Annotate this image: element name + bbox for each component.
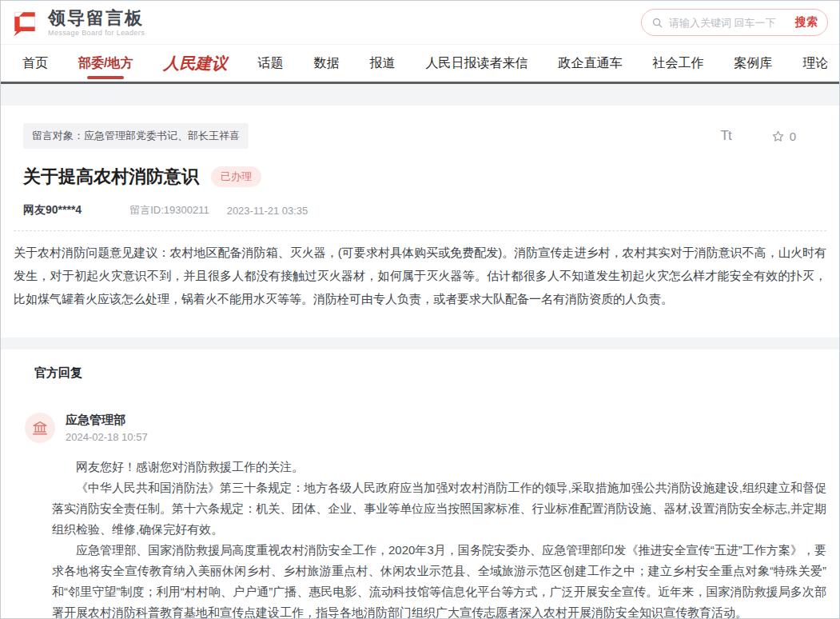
favorite-button[interactable]: 0 [771, 130, 796, 143]
message-tools: Tt 0 [721, 128, 796, 144]
nav-item-case-library[interactable]: 案例库 [734, 45, 772, 82]
reply-paragraph: 应急管理部、国家消防救援局高度重视农村消防安全工作，2020年3月，国务院安委办… [52, 540, 826, 619]
favorite-count: 0 [790, 130, 796, 143]
reply-header: 应急管理部 2024-02-18 10:57 [25, 413, 826, 443]
message-id: 留言ID:19300211 [129, 203, 209, 218]
star-icon [771, 130, 785, 143]
main-nav: 首页 部委/地方 人民建议 话题 数据 报道 人民日报读者来信 政企直通车 社会… [1, 45, 839, 84]
reply-paragraph: 《中华人民共和国消防法》第三十条规定：地方各级人民政府应当加强对农村消防工作的领… [52, 477, 826, 540]
status-badge: 已办理 [211, 166, 261, 187]
reply-time: 2024-02-18 10:57 [66, 431, 148, 443]
nav-item-ministries-local[interactable]: 部委/地方 [78, 45, 133, 82]
message-time: 2023-11-21 03:35 [227, 205, 309, 217]
search-input[interactable] [669, 17, 790, 29]
site-logo-text: 领导留言板 Message Board for Leaders [48, 9, 145, 37]
search-button[interactable]: 搜索 [795, 15, 818, 30]
nav-item-theory[interactable]: 理论 [802, 45, 828, 82]
nav-item-gov-enterprise[interactable]: 政企直通车 [558, 45, 622, 82]
message-body: 关于农村消防问题意见建议：农村地区配备消防箱、灭火器，(可要求村具体购买或免费配… [14, 241, 826, 310]
divider [14, 230, 826, 231]
nav-item-topics[interactable]: 话题 [257, 45, 283, 82]
reply-section-title: 官方回复 [34, 365, 826, 381]
site-logo-icon [9, 6, 41, 38]
site-logo[interactable]: 领导留言板 Message Board for Leaders [9, 6, 145, 38]
reply-agency-name: 应急管理部 [66, 413, 148, 428]
search-icon [651, 17, 663, 29]
nav-item-reports[interactable]: 报道 [369, 45, 395, 82]
nav-item-home[interactable]: 首页 [22, 45, 48, 82]
nav-item-social-work[interactable]: 社会工作 [652, 45, 703, 82]
main-content: 留言对象：应急管理部党委书记、部长王祥喜 Tt 0 关于提高农村消防意识 已办理… [1, 106, 839, 619]
nav-item-reader-letters[interactable]: 人民日报读者来信 [425, 45, 527, 82]
avatar [25, 413, 55, 443]
site-title: 领导留言板 [48, 9, 145, 28]
site-subtitle: Message Board for Leaders [48, 29, 145, 37]
search-box: 搜索 [641, 9, 828, 36]
government-building-icon [31, 419, 49, 437]
font-size-toggle[interactable]: Tt [721, 128, 731, 144]
message-title: 关于提高农村消防意识 [23, 165, 199, 189]
nav-item-data[interactable]: 数据 [313, 45, 339, 82]
message-author: 网友90****4 [23, 203, 82, 218]
reply-paragraph: 网友您好！感谢您对消防救援工作的关注。 [52, 457, 826, 477]
reply-body: 网友您好！感谢您对消防救援工作的关注。 《中华人民共和国消防法》第三十条规定：地… [14, 457, 826, 619]
top-header: 领导留言板 Message Board for Leaders 搜索 [1, 1, 839, 45]
reply-agency-block: 应急管理部 2024-02-18 10:57 [66, 413, 148, 443]
official-reply-card: 官方回复 应急管理部 2024-02-18 10:57 [1, 349, 839, 619]
nav-item-people-suggestions[interactable]: 人民建议 [163, 45, 227, 82]
message-meta: 网友90****4 留言ID:19300211 2023-11-21 03:35 [23, 203, 826, 218]
message-target-tag: 留言对象：应急管理部党委书记、部长王祥喜 [23, 123, 249, 149]
message-card: 留言对象：应急管理部党委书记、部长王祥喜 Tt 0 关于提高农村消防意识 已办理… [1, 106, 839, 337]
page: 领导留言板 Message Board for Leaders 搜索 首页 部委… [0, 0, 840, 619]
